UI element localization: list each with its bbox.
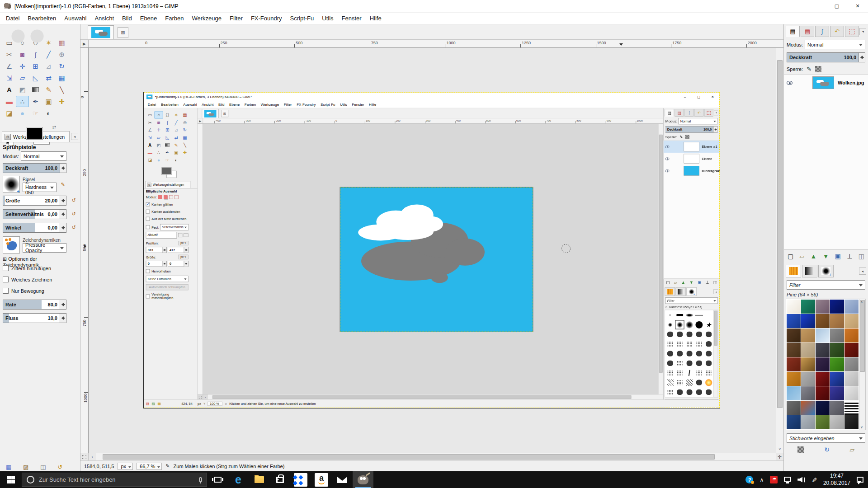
pattern-swatch[interactable] (830, 415, 844, 429)
tool-scissors-select[interactable]: ✂ (3, 49, 16, 60)
menu-item-auswahl[interactable]: Auswahl (181, 101, 199, 107)
tool-cage-transform[interactable]: ▦ (55, 72, 68, 84)
tool-clone[interactable]: ▣ (42, 96, 55, 107)
pattern-swatch[interactable] (801, 314, 815, 328)
tool-measure[interactable]: ∠ (3, 61, 16, 72)
menu-item-ebene[interactable]: Ebene (227, 101, 242, 107)
tool-blur-sharpen[interactable]: ● (16, 108, 29, 119)
menu-item-ansicht[interactable]: Ansicht (199, 101, 216, 107)
raise-layer-icon[interactable]: ▲ (811, 253, 817, 260)
new-group-icon[interactable]: ▱ (800, 253, 805, 260)
size-slider[interactable]: Größe20,00 (3, 196, 66, 206)
menu-item-farben[interactable]: Farben (242, 101, 258, 107)
canvas-viewport[interactable]: *[Unbenannt]-1.0 (RGB-Farben, 3 Ebenen) … (89, 48, 776, 453)
menu-item-fx-foundry[interactable]: FX-Foundry (247, 13, 286, 23)
tool-flip[interactable]: ⇄ (42, 72, 55, 84)
tool-foreground-select[interactable]: ◙ (16, 49, 29, 60)
angle-reset-icon[interactable]: ↺ (70, 224, 77, 231)
pattern-swatch[interactable] (830, 401, 844, 415)
taskbar-search[interactable]: Zur Suche Text hier eingeben (22, 473, 207, 487)
tool-shear[interactable]: ▱ (16, 72, 29, 84)
avira-tray-icon[interactable]: ☂ (770, 476, 778, 483)
tool-heal[interactable]: ✚ (55, 96, 68, 107)
pattern-swatch[interactable] (830, 300, 844, 314)
minimize-button[interactable]: – (806, 0, 826, 12)
menu-item-script-fu[interactable]: Script-Fu (318, 101, 338, 107)
reset-options-icon[interactable]: ↺ (57, 464, 62, 470)
patterns-collapse-icon[interactable]: ◂ (859, 267, 866, 275)
pattern-swatch[interactable] (787, 372, 801, 386)
tool-select-by-color[interactable]: ▦ (55, 37, 68, 48)
rate-slider[interactable]: Rate80,0 (3, 300, 66, 310)
tool-gradient[interactable] (29, 84, 42, 95)
menu-item-utils[interactable]: Utils (338, 101, 349, 107)
pattern-swatch[interactable] (801, 372, 815, 386)
tool-text[interactable]: A (3, 84, 16, 95)
pattern-swatch[interactable] (844, 401, 859, 415)
pattern-swatch[interactable] (801, 300, 815, 314)
tool-perspective-clone[interactable]: ◪ (3, 108, 16, 119)
pattern-swatch[interactable] (787, 314, 801, 328)
tab-patterns-icon[interactable] (786, 265, 801, 277)
pattern-swatch[interactable] (816, 415, 830, 429)
action-center-icon[interactable] (857, 477, 863, 483)
pattern-swatch[interactable] (844, 372, 859, 386)
aspect-ratio-slider[interactable]: Seitenverhältnis0,00 (3, 209, 66, 219)
taskbar-edge[interactable]: e (228, 471, 249, 488)
pattern-swatch[interactable] (830, 357, 844, 371)
tool-align[interactable]: ⊞ (29, 61, 42, 72)
checkbox-motion-only[interactable]: Nur Bewegung (3, 288, 66, 294)
pattern-swatch[interactable] (801, 343, 815, 357)
tool-smudge[interactable]: ☞ (29, 108, 42, 119)
menu-item-fx-foundry[interactable]: FX-Foundry (294, 101, 318, 107)
menu-item-bild[interactable]: Bild (216, 101, 227, 107)
help-tray-icon[interactable]: ? (745, 476, 753, 483)
open-pattern-icon[interactable] (797, 446, 804, 453)
mode-select[interactable]: Normal (21, 151, 66, 161)
tool-scale[interactable]: ⇲ (3, 72, 16, 84)
start-button[interactable] (0, 471, 22, 488)
dock-tab-undo-icon[interactable]: ↶ (830, 26, 844, 37)
pattern-swatch[interactable] (830, 386, 844, 400)
pen-tray-icon[interactable]: ✎ (811, 477, 818, 483)
pattern-swatch[interactable] (801, 415, 815, 429)
image-tab-wolken[interactable] (88, 25, 114, 39)
layer-row-wolken[interactable]: Wolken.jpg (784, 75, 868, 90)
network-tray-icon[interactable] (784, 478, 791, 482)
menu-item-filter[interactable]: Filter (281, 101, 294, 107)
tags-input[interactable]: Stichworte eingeben (787, 433, 865, 443)
tool-ellipse-select[interactable]: ○ (16, 37, 29, 48)
taskbar-explorer[interactable] (249, 471, 269, 488)
menu-item-werkzeuge[interactable]: Werkzeuge (258, 101, 281, 107)
angle-slider[interactable]: Winkel0,00 (3, 223, 66, 233)
pattern-swatch[interactable] (844, 415, 859, 429)
tool-fuzzy-select[interactable]: ✶ (42, 37, 55, 48)
menu-item-ansicht[interactable]: Ansicht (90, 13, 118, 23)
pattern-swatch[interactable] (787, 300, 801, 314)
menu-item-ebene[interactable]: Ebene (136, 13, 161, 23)
tool-bucket-fill[interactable]: ◩ (16, 84, 29, 95)
tool-perspective[interactable]: ◺ (29, 72, 42, 84)
open-folder-icon[interactable]: ▱ (849, 446, 854, 453)
swap-colors-icon[interactable]: ⇄ (52, 125, 56, 130)
pattern-swatch[interactable] (801, 328, 815, 343)
pattern-swatch[interactable] (801, 357, 815, 371)
menu-item-hilfe[interactable]: Hilfe (367, 101, 379, 107)
duplicate-layer-icon[interactable]: ▣ (835, 253, 841, 260)
tool-rectangle-select[interactable]: ▭ (3, 37, 16, 48)
maximize-button[interactable]: ▢ (826, 0, 847, 12)
taskbar-clock[interactable]: 19:47 20.08.2017 (823, 473, 850, 487)
menu-item-script-fu[interactable]: Script-Fu (286, 13, 318, 23)
pattern-swatch[interactable] (801, 386, 815, 400)
restore-options-icon[interactable]: ▨ (23, 464, 28, 470)
pattern-swatch[interactable] (787, 357, 801, 371)
dynamics-select[interactable]: Pressure Opacity (23, 243, 66, 253)
pattern-swatch[interactable] (801, 401, 815, 415)
tool-airbrush[interactable]: ∴ (16, 96, 29, 107)
taskbar-store[interactable] (269, 471, 290, 488)
horizontal-scrollbar[interactable]: ‹ ✛ (80, 453, 783, 460)
dock-tab-pointer-icon[interactable] (845, 26, 859, 37)
unit-select[interactable]: px (118, 463, 133, 470)
brush-edit-icon[interactable]: ✎ (59, 181, 66, 188)
aspect-reset-icon[interactable]: ↺ (70, 210, 77, 217)
